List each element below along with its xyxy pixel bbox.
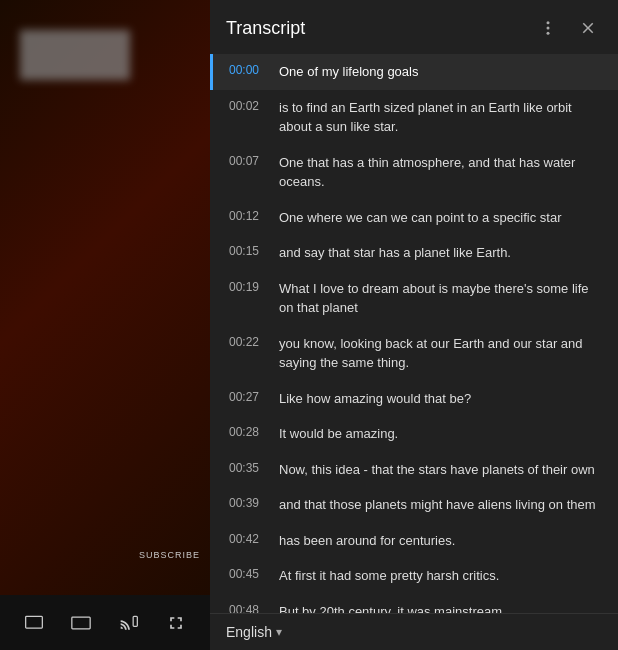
transcript-row[interactable]: 00:22you know, looking back at our Earth… bbox=[210, 326, 618, 381]
fullscreen-icon[interactable] bbox=[165, 612, 187, 634]
timestamp: 00:48 bbox=[229, 602, 267, 614]
transcript-row[interactable]: 00:48But by 20th century, it was mainstr… bbox=[210, 594, 618, 614]
transcript-text: Now, this idea - that the stars have pla… bbox=[279, 460, 602, 480]
transcript-text: Like how amazing would that be? bbox=[279, 389, 602, 409]
transcript-footer: English ▾ bbox=[210, 613, 618, 650]
controls-bar bbox=[0, 595, 210, 650]
transcript-row[interactable]: 00:27Like how amazing would that be? bbox=[210, 381, 618, 417]
transcript-text: But by 20th century, it was mainstream. bbox=[279, 602, 602, 614]
svg-point-5 bbox=[547, 32, 550, 35]
svg-rect-2 bbox=[133, 616, 137, 626]
transcript-text: What I love to dream about is maybe ther… bbox=[279, 279, 602, 318]
transcript-text: It would be amazing. bbox=[279, 424, 602, 444]
transcript-text: One that has a thin atmosphere, and that… bbox=[279, 153, 602, 192]
subscribe-label: SUBSCRIBE bbox=[139, 550, 200, 560]
timestamp: 00:28 bbox=[229, 424, 267, 439]
theater-mode-icon[interactable] bbox=[70, 612, 92, 634]
language-label: English bbox=[226, 624, 272, 640]
close-button[interactable] bbox=[574, 14, 602, 42]
timestamp: 00:02 bbox=[229, 98, 267, 113]
timestamp: 00:27 bbox=[229, 389, 267, 404]
timestamp: 00:45 bbox=[229, 566, 267, 581]
transcript-row[interactable]: 00:19What I love to dream about is maybe… bbox=[210, 271, 618, 326]
transcript-body[interactable]: 00:00One of my lifelong goals00:02is to … bbox=[210, 54, 618, 613]
transcript-row[interactable]: 00:15and say that star has a planet like… bbox=[210, 235, 618, 271]
timestamp: 00:22 bbox=[229, 334, 267, 349]
cast-icon[interactable] bbox=[118, 612, 140, 634]
transcript-text: One where we can we can point to a speci… bbox=[279, 208, 602, 228]
miniplayer-icon[interactable] bbox=[23, 612, 45, 634]
transcript-row[interactable]: 00:45At first it had some pretty harsh c… bbox=[210, 558, 618, 594]
transcript-text: is to find an Earth sized planet in an E… bbox=[279, 98, 602, 137]
svg-point-4 bbox=[547, 27, 550, 30]
timestamp: 00:39 bbox=[229, 495, 267, 510]
transcript-row[interactable]: 00:39and that those planets might have a… bbox=[210, 487, 618, 523]
transcript-text: and say that star has a planet like Eart… bbox=[279, 243, 602, 263]
timestamp: 00:07 bbox=[229, 153, 267, 168]
transcript-text: One of my lifelong goals bbox=[279, 62, 602, 82]
transcript-row[interactable]: 00:00One of my lifelong goals bbox=[210, 54, 618, 90]
transcript-row[interactable]: 00:42has been around for centuries. bbox=[210, 523, 618, 559]
svg-point-3 bbox=[547, 21, 550, 24]
transcript-panel: Transcript 00:00One of my lifelong goals… bbox=[210, 0, 618, 650]
timestamp: 00:42 bbox=[229, 531, 267, 546]
chevron-down-icon: ▾ bbox=[276, 625, 282, 639]
timestamp: 00:15 bbox=[229, 243, 267, 258]
transcript-text: At first it had some pretty harsh critic… bbox=[279, 566, 602, 586]
transcript-header: Transcript bbox=[210, 0, 618, 54]
transcript-row[interactable]: 00:02is to find an Earth sized planet in… bbox=[210, 90, 618, 145]
transcript-text: you know, looking back at our Earth and … bbox=[279, 334, 602, 373]
timestamp: 00:19 bbox=[229, 279, 267, 294]
transcript-row[interactable]: 00:12One where we can we can point to a … bbox=[210, 200, 618, 236]
svg-rect-1 bbox=[72, 617, 90, 629]
transcript-row[interactable]: 00:07One that has a thin atmosphere, and… bbox=[210, 145, 618, 200]
transcript-row[interactable]: 00:35Now, this idea - that the stars hav… bbox=[210, 452, 618, 488]
transcript-row[interactable]: 00:28It would be amazing. bbox=[210, 416, 618, 452]
timestamp: 00:35 bbox=[229, 460, 267, 475]
language-selector[interactable]: English ▾ bbox=[226, 624, 282, 640]
transcript-text: and that those planets might have aliens… bbox=[279, 495, 602, 515]
timestamp: 00:00 bbox=[229, 62, 267, 77]
more-options-button[interactable] bbox=[534, 14, 562, 42]
header-icons bbox=[534, 14, 602, 42]
video-area: SUBSCRIBE bbox=[0, 0, 210, 650]
transcript-title: Transcript bbox=[226, 18, 305, 39]
channel-avatar-blurred bbox=[20, 30, 130, 80]
timestamp: 00:12 bbox=[229, 208, 267, 223]
svg-rect-0 bbox=[25, 616, 42, 628]
transcript-text: has been around for centuries. bbox=[279, 531, 602, 551]
